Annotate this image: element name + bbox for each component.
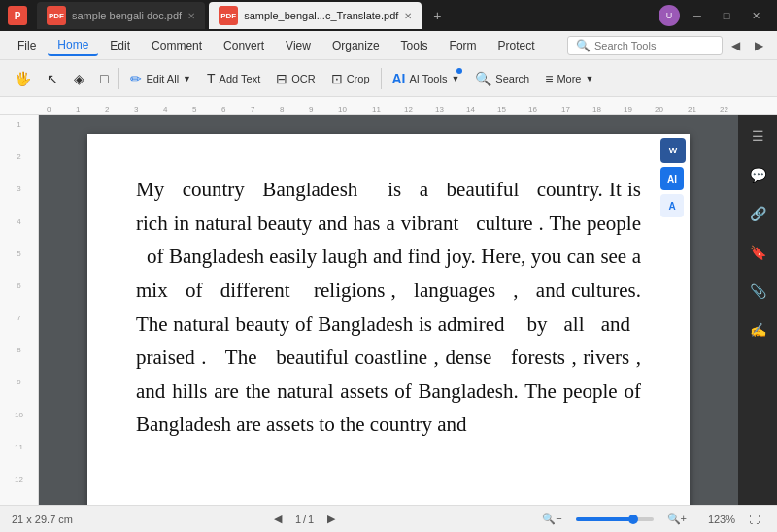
- edit-all-label: Edit All: [146, 73, 179, 84]
- attachment-button[interactable]: 📎: [744, 278, 771, 305]
- edit-all-button[interactable]: ✏ Edit All ▼: [123, 64, 198, 93]
- line-3: 3: [17, 183, 20, 215]
- highlight-icon: ◈: [74, 71, 84, 86]
- document-page: My country Bangladesh is a beautiful cou…: [87, 134, 690, 505]
- search-toolbar-icon: 🔍: [475, 71, 491, 86]
- close-button[interactable]: ✕: [742, 4, 769, 27]
- add-text-button[interactable]: T Add Text: [200, 64, 267, 93]
- menu-edit[interactable]: Edit: [100, 36, 140, 55]
- word-badge: W: [660, 138, 686, 163]
- zoom-slider[interactable]: [576, 517, 654, 521]
- main-area: 1 2 3 4 5 6 7 8 9 10 11 12 W AI A My cou…: [0, 115, 777, 505]
- more-label: More: [557, 73, 581, 84]
- ocr-icon: ⊟: [276, 71, 287, 86]
- bookmark-button[interactable]: 🔖: [744, 239, 771, 266]
- more-icon: ≡: [545, 71, 553, 86]
- page-content: My country Bangladesh is a beautiful cou…: [136, 173, 641, 442]
- forward-button[interactable]: ▶: [748, 35, 769, 56]
- menu-comment[interactable]: Comment: [142, 36, 212, 55]
- more-chevron: ▼: [585, 74, 593, 83]
- menu-home[interactable]: Home: [48, 35, 98, 56]
- text-icon: T: [207, 71, 216, 86]
- menu-protect[interactable]: Protect: [489, 36, 545, 55]
- separator-1: [118, 68, 119, 89]
- add-text-label: Add Text: [220, 73, 261, 84]
- avatar[interactable]: U: [659, 5, 680, 26]
- ruler-marks: 0 1 2 3 4 5 6 7 8 9 10 11 12 13 14 15 16…: [47, 97, 730, 114]
- line-9: 9: [17, 376, 20, 408]
- select-tool-button[interactable]: ↖: [40, 64, 65, 93]
- zoom-percent-label: 123%: [700, 514, 735, 525]
- ai-tools-button[interactable]: AI AI Tools ▼: [386, 64, 467, 93]
- menu-tools[interactable]: Tools: [391, 36, 438, 55]
- line-1: 1: [17, 118, 20, 150]
- tab-1[interactable]: PDF sample bengali doc.pdf ✕: [37, 2, 205, 29]
- ai-tools-chevron: ▼: [451, 74, 459, 83]
- page-container[interactable]: W AI A My country Bangladesh is a beauti…: [39, 115, 738, 505]
- line-6: 6: [17, 280, 20, 312]
- menu-view[interactable]: View: [276, 36, 321, 55]
- statusbar: 21 x 29.7 cm ◀ 1 / 1 ▶ 🔍− 🔍+ 123% ⛶: [0, 505, 777, 532]
- more-button[interactable]: ≡ More ▼: [538, 64, 600, 93]
- menu-form[interactable]: Form: [440, 36, 487, 55]
- menu-organize[interactable]: Organize: [322, 36, 389, 55]
- highlight-tool-button[interactable]: ◈: [67, 64, 91, 93]
- search-input[interactable]: [594, 40, 711, 51]
- search-label: Search: [495, 73, 529, 84]
- menu-convert[interactable]: Convert: [214, 36, 274, 55]
- ai-icon: AI: [392, 71, 406, 86]
- current-page: 1: [295, 514, 301, 525]
- crop-button[interactable]: ⊡ Crop: [324, 64, 377, 93]
- titlebar: P PDF sample bengali doc.pdf ✕ PDF sampl…: [0, 0, 777, 31]
- link-button[interactable]: 🔗: [744, 200, 771, 227]
- ai-tools-label: AI Tools: [410, 73, 448, 84]
- comments-button[interactable]: 💬: [744, 161, 771, 188]
- zoom-out-icon: 🔍−: [542, 513, 561, 525]
- ocr-label: OCR: [291, 73, 315, 84]
- total-pages: 1: [308, 514, 314, 525]
- page-nav-next[interactable]: ▶: [321, 511, 341, 527]
- new-tab-button[interactable]: +: [425, 4, 449, 27]
- line-12: 12: [15, 473, 23, 505]
- menu-file[interactable]: File: [8, 37, 46, 54]
- panel-toggle-button[interactable]: ☰: [744, 122, 771, 150]
- search-box[interactable]: 🔍: [567, 36, 723, 55]
- dimensions-label: 21 x 29.7 cm: [12, 514, 73, 525]
- search-button[interactable]: 🔍 Search: [468, 64, 536, 93]
- maximize-button[interactable]: □: [713, 4, 740, 27]
- shape-icon: □: [100, 71, 108, 86]
- tab1-pdf-icon: PDF: [47, 6, 66, 25]
- page-nav-prev[interactable]: ◀: [268, 511, 287, 527]
- separator-2: [381, 68, 382, 89]
- tab-2[interactable]: PDF sample_bengal...c_Translate.pdf ✕: [209, 2, 422, 29]
- tab2-close[interactable]: ✕: [404, 11, 412, 21]
- ruler: 0 1 2 3 4 5 6 7 8 9 10 11 12 13 14 15 16…: [0, 97, 777, 115]
- ai-badge-page: AI: [660, 167, 684, 190]
- line-11: 11: [15, 441, 23, 473]
- tab2-pdf-icon: PDF: [219, 6, 238, 25]
- minimize-button[interactable]: ─: [684, 4, 711, 27]
- tab1-label: sample bengali doc.pdf: [72, 10, 182, 21]
- prev-page-icon: ◀: [274, 513, 282, 525]
- page-indicator: 1 / 1: [295, 514, 314, 525]
- shape-tool-button[interactable]: □: [93, 64, 115, 93]
- zoom-thumb[interactable]: [628, 515, 638, 524]
- back-button[interactable]: ◀: [725, 35, 746, 56]
- zoom-in-button[interactable]: 🔍+: [661, 511, 693, 527]
- hand-tool-button[interactable]: 🖐: [8, 64, 38, 93]
- ocr-button[interactable]: ⊟ OCR: [269, 64, 321, 93]
- edit-all-chevron: ▼: [183, 74, 191, 83]
- page-badges: W AI A: [660, 138, 686, 217]
- tab2-label: sample_bengal...c_Translate.pdf: [244, 10, 398, 21]
- zoom-out-button[interactable]: 🔍−: [536, 511, 567, 527]
- zoom-in-icon: 🔍+: [667, 513, 687, 525]
- signature-button[interactable]: ✍: [744, 316, 771, 344]
- tab1-close[interactable]: ✕: [187, 11, 195, 21]
- crop-label: Crop: [347, 73, 370, 84]
- zoom-fill: [576, 517, 630, 521]
- app-icon: P: [8, 6, 27, 25]
- page-separator: /: [303, 514, 306, 525]
- fit-page-button[interactable]: ⛶: [743, 512, 765, 527]
- crop-icon: ⊡: [331, 71, 343, 86]
- fit-page-icon: ⛶: [749, 514, 760, 525]
